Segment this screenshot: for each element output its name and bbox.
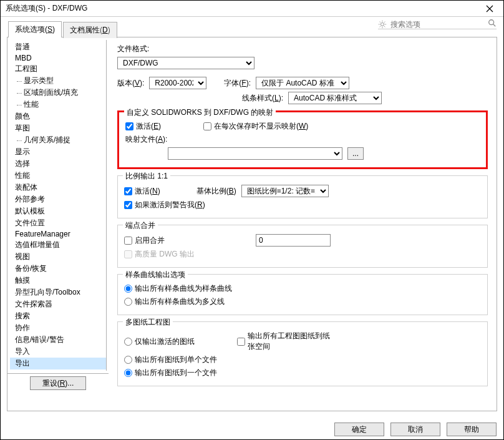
tree-item[interactable]: 区域剖面线/填充 [10,87,106,99]
tab-system-options[interactable]: 系统选项(S) [8,21,62,37]
svg-line-7 [380,26,380,27]
mapping-activate-checkbox[interactable]: 激活(E) [125,121,161,132]
svg-point-9 [489,20,494,25]
cancel-button[interactable]: 取消 [390,423,440,436]
linestyle-select[interactable]: AutoCAD 标准样式 [288,92,382,104]
tree-item[interactable]: 异型孔向导/Toolbox [10,286,106,298]
tree-item[interactable]: 触摸 [10,275,106,286]
linestyle-label: 线条样式(L): [242,93,283,104]
tab-document-properties[interactable]: 文档属性(D) [63,22,117,38]
search-icon [488,19,497,27]
mapping-nosave-checkbox[interactable]: 在每次保存时不显示映射(W) [203,121,308,132]
base-scale-select[interactable]: 图纸比例=1/2: 记数=1 [241,185,329,197]
multi-active-only-radio[interactable]: 仅输出激活的图纸 [124,336,195,347]
mapping-file-label: 映射文件(A): [125,134,167,145]
tree-item[interactable]: 几何关系/捕捉 [10,134,106,146]
tree-item[interactable]: FeatureManager [10,229,106,239]
mapping-group: 自定义 SOLIDWORKS 到 DXF/DWG 的映射 激活(E) 在每次保存… [117,110,488,169]
file-format-select[interactable]: DXF/DWG [117,57,254,69]
file-format-label: 文件格式: [117,44,155,54]
options-tree[interactable]: 普通MBD工程图显示类型区域剖面线/填充性能颜色草图几何关系/捕捉显示选择性能装… [10,40,107,371]
version-label: 版本(V): [117,78,144,89]
search-box[interactable] [378,20,497,29]
close-button[interactable] [476,1,503,17]
scale-legend: 比例输出 1:1 [123,171,170,182]
tree-item[interactable]: 装配体 [10,182,106,193]
spline-group: 样条曲线输出选项 输出所有样条曲线为样条曲线 输出所有样条曲线为多义线 [117,274,488,315]
tree-item[interactable]: 工程图 [10,63,106,75]
font-label: 字体(F): [224,78,251,89]
reset-button[interactable]: 重设(R)... [30,376,86,390]
scale-warn-checkbox[interactable]: 如果激活则警告我(R) [124,200,205,210]
tree-item[interactable]: 文件位置 [10,217,106,229]
search-input[interactable] [390,20,497,29]
spline-legend: 样条曲线输出选项 [123,270,188,280]
tree-item[interactable]: 导入 [10,346,106,358]
tree-item[interactable]: 导出 [10,358,106,369]
spline-as-spline-radio[interactable]: 输出所有样条曲线为样条曲线 [124,283,232,294]
version-select[interactable]: R2000-2002 [149,77,206,89]
tree-item[interactable]: 草图 [10,122,106,134]
close-icon [486,5,493,12]
svg-point-0 [380,22,384,26]
endpoint-group: 端点合并 启用合并 高质量 DWG 输出 [117,225,488,268]
tree-item[interactable]: 视图 [10,251,106,263]
help-button[interactable]: 帮助 [447,423,497,436]
tree-item[interactable]: 搜索 [10,310,106,322]
tree-item[interactable]: 默认模板 [10,205,106,217]
multisheet-legend: 多图纸工程图 [123,317,173,328]
tree-item[interactable]: 协作 [10,322,106,334]
gear-icon [378,20,387,29]
multisheet-group: 多图纸工程图 仅输出激活的图纸 输出所有工程图图纸到纸张空间 输出所有图纸到单个… [117,321,488,386]
svg-line-5 [380,22,380,22]
spline-as-polyline-radio[interactable]: 输出所有样条曲线为多义线 [124,296,225,307]
multi-separate-files-radio[interactable]: 输出所有图纸到单个文件 [124,354,217,365]
multi-one-file-radio[interactable]: 输出所有图纸到一个文件 [124,368,217,378]
tree-item[interactable]: 显示类型 [10,75,106,87]
svg-line-8 [384,22,385,22]
base-scale-label: 基体比例(B) [196,186,236,197]
endpoint-value-input[interactable] [256,234,331,247]
svg-line-10 [493,24,496,27]
tree-item[interactable]: 外部参考 [10,193,106,205]
mapping-file-select[interactable] [168,147,342,160]
mapping-browse-button[interactable]: ... [347,147,364,160]
multi-paperspace-checkbox[interactable]: 输出所有工程图图纸到纸张空间 [237,331,335,352]
window-title: 系统选项(S) - DXF/DWG [6,3,87,14]
tree-item[interactable]: 性能 [10,170,106,182]
ok-button[interactable]: 确定 [334,423,384,436]
tree-item[interactable]: 显示 [10,146,106,158]
tree-item[interactable]: 信息/错误/警告 [10,334,106,346]
tree-item[interactable]: 颜色 [10,110,106,122]
tree-item[interactable]: 备份/恢复 [10,263,106,275]
tree-item[interactable]: 选择 [10,158,106,170]
tree-item[interactable]: 文件探索器 [10,298,106,310]
hq-dwg-checkbox: 高质量 DWG 输出 [124,249,195,260]
tree-item[interactable]: 普通 [10,41,106,53]
endpoint-enable-checkbox[interactable]: 启用合并 [124,235,165,246]
tree-item[interactable]: 性能 [10,99,106,110]
svg-line-6 [384,26,385,27]
font-select[interactable]: 仅限于 AutoCAD 标准 [256,77,349,89]
tree-item[interactable]: MBD [10,53,106,63]
mapping-legend: 自定义 SOLIDWORKS 到 DXF/DWG 的映射 [124,107,276,118]
scale-activate-checkbox[interactable]: 激活(N) [124,186,160,197]
tree-item[interactable]: 选值框增量值 [10,239,106,251]
scale-group: 比例输出 1:1 激活(N) 基体比例(B) 图纸比例=1/2: 记数=1 如果… [117,175,488,218]
endpoint-legend: 端点合并 [123,220,158,231]
